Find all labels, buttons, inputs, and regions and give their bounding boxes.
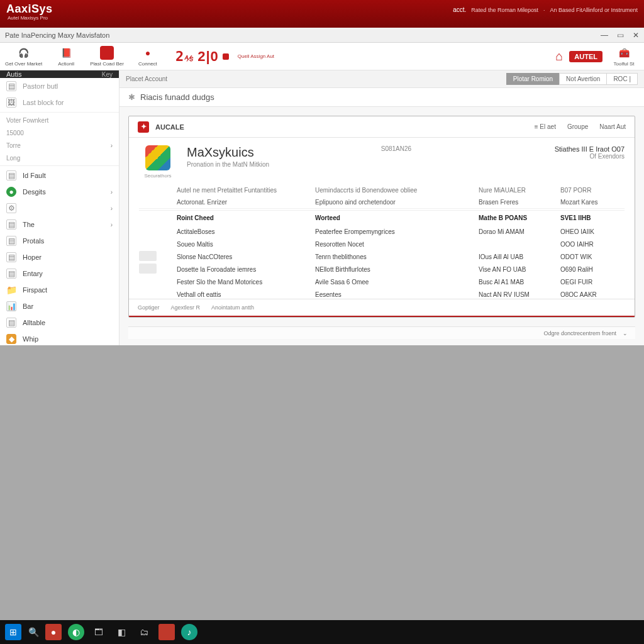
sidebar-item-label: 15000 (6, 130, 24, 136)
taskbar-app-6[interactable] (158, 624, 175, 640)
breadcrumb: ✱ Riacis funadd dudgs (119, 88, 644, 107)
taskbar: ⊞ 🔍 ● ◐ 🗔 ◧ 🗂 ♪ (0, 620, 644, 644)
sidebar-item-11[interactable]: ▤Hoper (0, 249, 119, 265)
sidebar-item-label: Hoper (23, 253, 42, 261)
app-name: MaXsykuics (187, 145, 371, 160)
footer-goptiger[interactable]: Goptiger (138, 304, 160, 311)
tab-romion[interactable]: Plotar Romion (506, 73, 560, 85)
green-icon: ● (6, 187, 16, 197)
sidebar-item-label: Long (6, 155, 20, 162)
panel-action-group[interactable]: Groupe (567, 123, 588, 130)
sidebar-item-6[interactable]: ▤Id Fault (0, 167, 119, 184)
app-desc: Pronation in the MatN Mitkion (187, 161, 371, 168)
thumbnail-icon (139, 264, 157, 274)
status-counter: 2⅍ 20 210 2|0 (175, 48, 229, 65)
details-panel: AUCALE ≡ El aet Groupe Naart Aut Securat… (128, 116, 635, 318)
sidebar-item-9[interactable]: ▤The› (0, 216, 119, 233)
toolbar-action[interactable]: 📕 Actionil (51, 46, 81, 67)
sidebar-item-label: Protals (23, 237, 44, 245)
table-row[interactable]: ActitaleBosesPeaterfee ErompemyngricesDo… (139, 225, 625, 238)
toolbar-headset[interactable]: 🎧 Get Over Market (5, 46, 42, 67)
sidebar-item-10[interactable]: ▤Protals (0, 233, 119, 249)
start-button[interactable]: ⊞ (5, 624, 21, 640)
sidebar-item-label: Pastorr butl (23, 82, 58, 90)
taskbar-app-2[interactable]: ◐ (68, 624, 84, 640)
taskbar-app-7[interactable]: ♪ (181, 624, 197, 640)
status-text: Quell Assign Aut (238, 53, 274, 59)
autel-badge[interactable]: AUTEL (569, 51, 602, 62)
sidebar-item-15[interactable]: ▤Alltable (0, 314, 119, 331)
pin-icon[interactable]: ✱ (128, 92, 135, 102)
sidebar-item-label: Voter Fownkert (6, 117, 48, 124)
document-icon: 📕 (59, 46, 73, 60)
status-bar: Odgre donctrecentrem froent ⌄ (128, 326, 635, 339)
img-icon: 🖼 (6, 97, 16, 108)
headset-icon: 🎧 (17, 46, 31, 60)
chevron-down-icon[interactable]: ⌄ (623, 330, 628, 336)
sidebar-item-5[interactable]: Long (0, 152, 119, 164)
brand-name: AaxiSys (6, 3, 53, 16)
sidebar-item-7[interactable]: ●Desgits› (0, 184, 119, 200)
brand-subtitle: Autel Maxisys Pro (8, 15, 48, 21)
page-icon: ▤ (6, 318, 16, 328)
sidebar-item-label: Desgits (23, 188, 46, 196)
sidebar-item-4[interactable]: Torre› (0, 139, 119, 152)
panel-brand: AUCALE (155, 123, 184, 131)
tab-roc[interactable]: ROC | (606, 73, 638, 85)
sidebar-item-label: Alltable (23, 319, 45, 326)
sidebar-item-0[interactable]: ▤Pastorr butl (0, 78, 119, 94)
panel-action-sort[interactable]: ≡ El aet (535, 123, 556, 130)
page-icon: ▤ (6, 252, 16, 262)
sidebar-item-14[interactable]: 📊Bar (0, 298, 119, 314)
sidebar-item-label: Bar (23, 303, 33, 310)
taskbar-search-icon[interactable]: 🔍 (28, 624, 39, 640)
toolbar-connect[interactable]: ● Connect (133, 46, 163, 67)
chevron-right-icon: › (111, 205, 113, 212)
toolbar-plast[interactable]: Plast Coad Ber (90, 46, 124, 67)
tab-avertion[interactable]: Not Avertion (559, 73, 607, 85)
thumbnail-icon (139, 251, 157, 261)
sidebar-item-label: Entary (23, 270, 43, 277)
title-right-b: An Based FitAllinford or Instrument (550, 7, 638, 13)
tab-placet[interactable]: Placet Account (126, 75, 167, 82)
taskbar-app-4[interactable]: ◧ (113, 624, 130, 640)
sidebar-item-8[interactable]: ⚙› (0, 200, 119, 216)
toolbar-tool[interactable]: 🧰 Toolful St (609, 46, 639, 67)
red-square-icon (100, 46, 114, 60)
table-header: Actoronat. Enrizer Eplipuono aind orchet… (139, 196, 625, 209)
app-icon (145, 145, 170, 170)
chart-icon: 📊 (6, 301, 16, 311)
close-button[interactable]: ✕ (633, 31, 639, 40)
table-row[interactable]: Vethall oft eattisEesentesNact AN RV IUS… (139, 288, 625, 299)
taskbar-app-5[interactable]: 🗂 (136, 624, 152, 640)
sidebar-header: Autis Key (0, 70, 119, 78)
home-icon[interactable]: ⌂ (555, 49, 563, 64)
sidebar-item-2[interactable]: Voter Fownkert (0, 114, 119, 126)
sidebar-item-label: Last block for (23, 99, 64, 106)
footer-anoint[interactable]: Anointatum antth (211, 304, 254, 311)
window-title: Pate InaPencing Maxy Mavisfaton (5, 31, 109, 39)
table-row[interactable]: Dosette la Foroadate iemresNEllott Birth… (139, 263, 625, 275)
taskbar-app-1[interactable]: ● (45, 624, 62, 640)
taskbar-app-3[interactable]: 🗔 (91, 624, 107, 640)
sidebar-item-3[interactable]: 15000 (0, 126, 119, 139)
sidebar-item-label: Whip (23, 335, 38, 343)
gear-icon: ⚙ (6, 203, 16, 213)
table-row[interactable]: Soueo MaltisResorotten NocetOOO IAIHR (139, 238, 625, 250)
sidebar-item-13[interactable]: 📁Firspact (0, 282, 119, 298)
account-label[interactable]: acct. (453, 6, 466, 13)
maximize-button[interactable]: ▭ (617, 31, 624, 40)
footer-agextlesr[interactable]: Agextlesr R (171, 304, 201, 311)
panel-action-new[interactable]: Naart Aut (599, 123, 626, 130)
table-row[interactable]: Slonse NacCOteresTenrn theblithonesIOus … (139, 250, 625, 263)
sidebar-item-label: Torre (6, 142, 21, 149)
table-row[interactable]: Fester Slo the Mand MotoricesAvile Sasa … (139, 275, 625, 288)
page-icon: ▤ (6, 269, 16, 279)
content-tabs-bar: Placet Account Plotar Romion Not Avertio… (119, 70, 644, 88)
sidebar-item-12[interactable]: ▤Entary (0, 265, 119, 282)
table-row[interactable]: Roint CheedWorteedMathe B POANSSVE1 IIHB (139, 210, 625, 225)
window-chrome: Pate InaPencing Maxy Mavisfaton — ▭ ✕ (0, 28, 644, 43)
panel-footer: Goptiger Agextlesr R Anointatum antth (129, 299, 635, 316)
minimize-button[interactable]: — (601, 31, 608, 40)
sidebar-item-1[interactable]: 🖼Last block for (0, 94, 119, 111)
